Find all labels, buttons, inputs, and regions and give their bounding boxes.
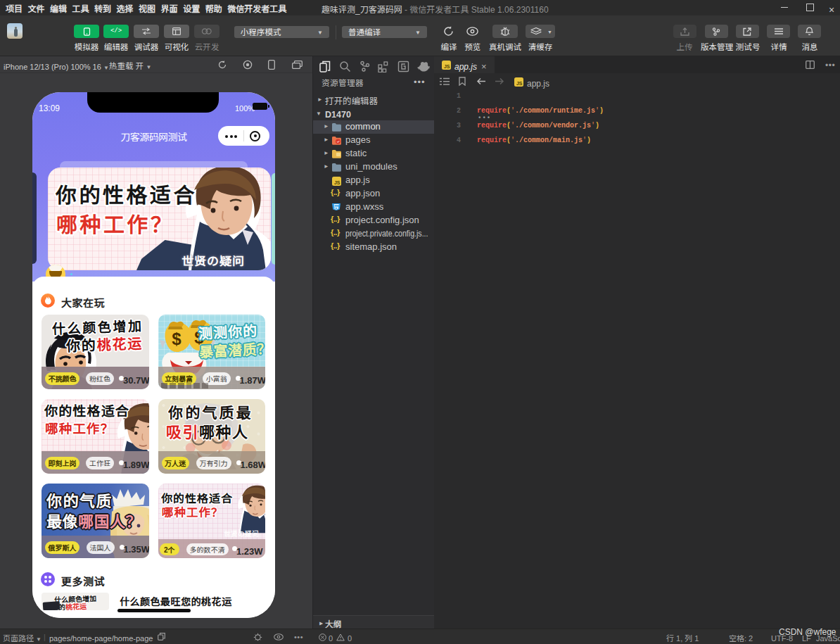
svg-text:$: $ bbox=[172, 329, 182, 348]
